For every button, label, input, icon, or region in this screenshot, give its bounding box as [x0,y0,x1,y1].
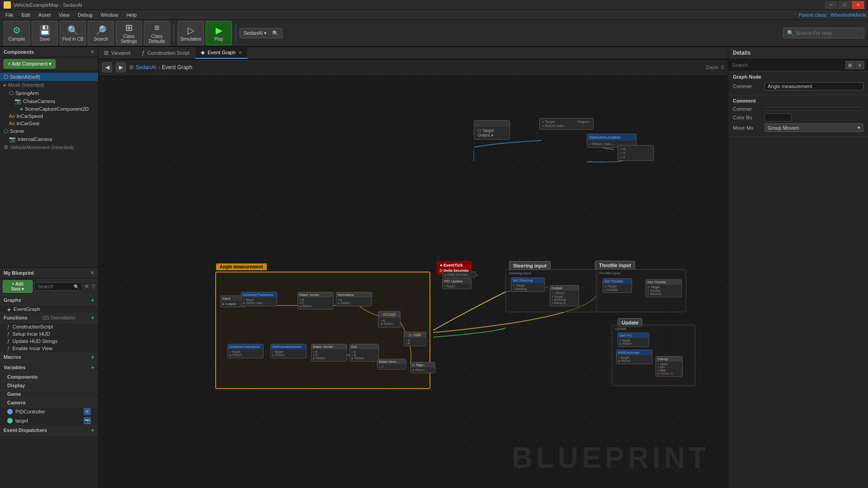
tree-item-vehiclemovement[interactable]: ⚙ VehicleMovement (Inherited) [0,143,98,151]
add-node: ▷ Add • A • B [404,332,426,346]
steering-input-text: Steering input [513,263,547,268]
graph-canvas[interactable]: ... ⬡ Target Output ▸ • Target Output • … [99,75,728,488]
menubar: File Edit Asset View Debug Window Help P… [0,10,868,20]
filter-icon[interactable]: ▽ [91,283,95,290]
components-bp-section-header[interactable]: Components [0,373,98,381]
simulation-button[interactable]: ▷ Simulation [178,21,204,45]
display-section-header[interactable]: Display [0,381,98,390]
graphs-section-header[interactable]: Graphs + [0,295,98,305]
tab-construction-script[interactable]: ƒ Construction Script [137,47,196,59]
save-button[interactable]: 💾 Save [32,21,58,45]
breadcrumb-root[interactable]: SedanAI [136,64,156,70]
details-search-input[interactable] [732,62,844,68]
graphs-label: Graphs [4,297,21,303]
tab-viewport[interactable]: ⊞ Viewport [99,47,137,59]
graphs-add-button[interactable]: + [91,296,94,304]
tree-item-mesh[interactable]: ▸ Mesh (Inherited) [0,81,98,89]
search-help-input[interactable] [796,30,860,36]
tree-item-sedanai-label: SedanAI(self) [10,74,40,80]
target-var[interactable]: target 📷 [0,416,98,425]
tree-item-incargear[interactable]: Aα InCarGear [0,120,98,127]
bp-search-input[interactable] [38,284,74,289]
tree-item-scenecapture[interactable]: ◈ SceneCaptureComponent2D [0,105,98,113]
macros-section-header[interactable]: Macros + [0,352,98,362]
search-button[interactable]: 🔎 Search [88,21,114,45]
details-search[interactable]: ⊞ ≡ [728,59,868,71]
comment-value-2[interactable] [764,108,863,110]
menu-asset[interactable]: Asset [35,11,55,19]
details-grid-view[interactable]: ⊞ [845,61,854,69]
move-mode-label: Move Mo [733,125,764,131]
tree-item-internalcamera-label: InternalCamera [18,136,52,142]
eventgraph-close-icon[interactable]: ✕ [238,50,242,55]
pid-icon [7,409,13,414]
class-settings-label: Class Settings [116,34,142,44]
comment-value-1[interactable]: Angle measurement [764,82,863,90]
setup-incar-icon: ƒ [7,332,10,337]
event-dispatchers-add[interactable]: + [91,427,94,434]
event-dispatchers-header[interactable]: Event Dispatchers + [0,425,98,436]
class-defaults-icon: ≡ [154,23,160,33]
bp-search-icon: 🔍 [74,284,79,289]
menu-edit[interactable]: Edit [18,11,34,19]
menu-help[interactable]: Help [123,11,140,19]
functions-section-header[interactable]: Functions (21 Overridable) + [0,313,98,323]
setup-incar-hud-item[interactable]: ƒ Setup Incar HUD [0,330,98,338]
tree-item-sedanai[interactable]: ⬡ SedanAI(self) [0,73,98,81]
compile-button[interactable]: ⚙ Compile [4,21,30,45]
bp-watermark: BLUEPRINT [512,441,710,474]
variables-label: Variables [4,365,25,370]
eye-icon[interactable]: 👁 [84,283,90,290]
macros-add-button[interactable]: + [91,353,94,361]
move-mode-dropdown[interactable]: Group Movem ▾ [764,123,863,132]
find-in-cb-button[interactable]: 🔍 Find in CB [60,21,86,45]
app-icon [4,1,11,9]
tree-item-springarm[interactable]: ⬡ SpringArm [0,89,98,97]
graph-nav: ◀ ▶ ⊞ SedanAI › Event Graph Zoom -5 [99,60,728,75]
tree-item-chasecamera-label: ChaseCamera [23,99,55,104]
throttle-input-text: Throttle input [599,263,631,268]
camera-section-header[interactable]: Camera [0,399,98,407]
tree-item-scene[interactable]: ⬡ Scene [0,127,98,135]
construction-script-item[interactable]: ƒ ConstructionScript [0,323,98,330]
minimize-button[interactable]: ─ [825,1,837,9]
variables-add-button[interactable]: + [91,364,94,371]
pid-controller-var[interactable]: PIDController 👁 [0,407,98,416]
play-button[interactable]: ▶ Play [206,21,232,45]
class-settings-button[interactable]: ⊞ Class Settings [116,21,142,45]
add-new-button[interactable]: + Add New ▾ [3,280,33,293]
bp-search-box[interactable]: 🔍 [34,282,82,291]
variables-section-header[interactable]: Variables + [0,362,98,373]
class-defaults-button[interactable]: ≡ Class Defaults [144,21,170,45]
details-list-view[interactable]: ≡ [855,61,864,69]
tree-item-chasecamera[interactable]: 📷 ChaseCamera [0,97,98,105]
set-throttle-input-node: Set Throttle ▷ Target • Throttle • Retur… [646,279,682,297]
menu-debug[interactable]: Debug [74,11,96,19]
tab-event-graph[interactable]: ◈ Event Graph ✕ [195,47,248,59]
update-hud-strings-item[interactable]: ƒ Update HUD Strings [0,338,98,345]
add-component-button[interactable]: + Add Component ▾ [4,59,56,69]
graph-node-title: Graph Node [733,74,863,80]
upper-node-2: • Target Output • • Return Valu... [539,118,594,130]
nav-back[interactable]: ◀ [102,62,112,72]
set-steering-node: Set Steering ▷ Target • Steering [511,277,545,292]
maximize-button[interactable]: □ [838,1,851,9]
menu-file[interactable]: File [2,11,17,19]
details-header: Details [728,47,868,59]
event-graph-item[interactable]: ◈ EventGraph [0,305,98,313]
tree-item-incarspeed[interactable]: Aα InCarSpeed [0,113,98,120]
nav-forward[interactable]: ▶ [116,62,126,72]
game-section-header[interactable]: Game [0,390,98,399]
debug-filter-dropdown[interactable]: SedanAI ▾ 🔍 [240,28,283,38]
steering-input-label: Steering input [509,261,551,270]
enable-incar-view-item[interactable]: ƒ Enable Incar View [0,345,98,352]
color-swatch[interactable] [764,113,792,122]
search-help-box[interactable]: 🔍 [783,28,864,38]
get-node-2: GetActorTransform • Target ▸ Return [227,344,264,358]
menu-window[interactable]: Window [97,11,122,19]
close-button[interactable]: ✕ [852,1,864,9]
functions-add-button[interactable]: + [91,314,94,321]
return-value-node: Output ▷ Return • Target • Steering • Re… [550,285,579,306]
menu-view[interactable]: View [55,11,73,19]
tree-item-internalcamera[interactable]: 📷 InternalCamera [0,135,98,143]
